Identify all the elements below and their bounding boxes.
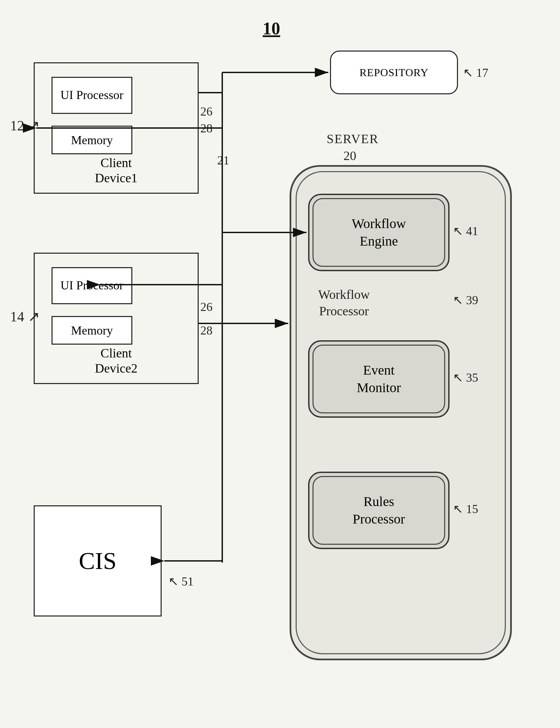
client1-box: UI Processor Memory ClientDevice1 xyxy=(34,62,199,194)
label-21: 21 xyxy=(217,153,229,167)
label-14: 14 ↗ xyxy=(10,308,40,325)
label-12: 12 ↗ xyxy=(10,117,40,134)
client1-ui-processor: UI Processor xyxy=(52,77,132,114)
repository-box: REPOSITORY xyxy=(330,51,458,94)
label-41: ↖ 41 xyxy=(453,224,478,238)
label-35: ↖ 35 xyxy=(453,371,478,385)
server-label: SERVER xyxy=(327,131,379,146)
diagram-container: 10 UI Processor Memory ClientDevice1 26 … xyxy=(0,0,560,728)
label-28-client1: 28 xyxy=(200,121,212,135)
label-26-client2: 26 xyxy=(200,300,212,314)
client1-label: ClientDevice1 xyxy=(35,155,198,186)
client2-label: ClientDevice2 xyxy=(35,346,198,376)
cis-box: CIS xyxy=(34,505,162,616)
label-28-client2: 28 xyxy=(200,323,212,338)
workflow-processor-label: WorkflowProcessor xyxy=(318,286,370,320)
figure-number: 10 xyxy=(263,19,280,38)
label-17: ↖ 17 xyxy=(463,66,488,80)
workflow-engine-box: WorkflowEngine xyxy=(308,194,450,271)
client2-ui-processor: UI Processor xyxy=(52,267,132,304)
label-51: ↖ 51 xyxy=(168,574,194,589)
event-monitor-box: EventMonitor xyxy=(308,340,450,418)
rules-processor-box: RulesProcessor xyxy=(308,472,450,549)
client2-memory: Memory xyxy=(52,316,132,345)
label-26-client1: 26 xyxy=(200,104,212,119)
client1-memory: Memory xyxy=(52,126,132,154)
label-15: ↖ 15 xyxy=(453,502,478,516)
client2-box: UI Processor Memory ClientDevice2 xyxy=(34,253,199,384)
server-ref-20: 20 xyxy=(343,148,356,163)
label-39: ↖ 39 xyxy=(453,293,478,307)
